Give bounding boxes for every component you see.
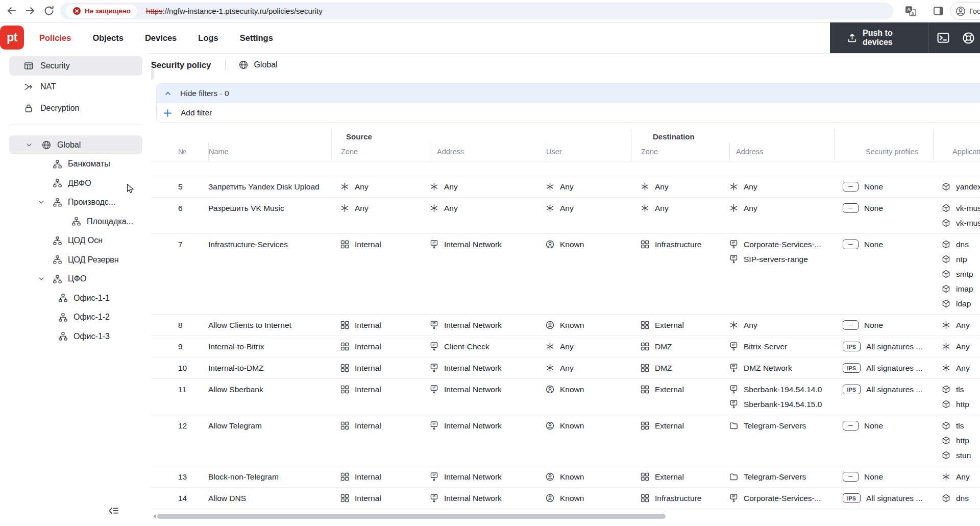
nav-item-objects[interactable]: Objects — [92, 33, 124, 43]
table-row-rule-5[interactable]: 5Запретить Yandex Disk UploadAnyAnyAnyAn… — [151, 176, 980, 198]
hide-filters-toggle[interactable]: Hide filters · 0 — [157, 84, 980, 103]
tree-node-ДВФО[interactable]: ДВФО — [53, 174, 91, 193]
cell-destination-zone: Infrastructure — [631, 488, 729, 509]
none-chip — [843, 421, 859, 431]
entity-label: Any — [355, 204, 369, 213]
entity-label: Internal Network — [444, 240, 502, 249]
translate-icon[interactable]: Aa — [905, 6, 916, 16]
browser-forward-icon[interactable] — [24, 5, 36, 16]
tree-node-Офис-1-3[interactable]: Офис-1-3 — [59, 327, 110, 346]
cell-destination-zone: DMZ — [631, 357, 729, 378]
tree-node-Площадка-[interactable]: Площадка... — [72, 212, 133, 231]
zone-icon — [340, 494, 349, 503]
profile-label: None — [864, 321, 883, 330]
cell-name: Разрешить VK Music — [208, 198, 331, 233]
entity-label: imap — [956, 284, 973, 294]
any-icon — [729, 182, 738, 191]
browser-profile-button[interactable]: Гост — [950, 2, 980, 20]
chevron-down-icon[interactable] — [38, 199, 45, 206]
table-row-rule-11[interactable]: 11Allow SberbankInternalIPInternal Netwo… — [151, 379, 980, 415]
sidebar-item-security[interactable]: Security — [9, 56, 142, 76]
browser-reload-icon[interactable] — [43, 5, 55, 16]
entity-label: Known — [560, 421, 584, 431]
zone-icon — [641, 494, 649, 503]
any-icon — [546, 364, 554, 372]
side-panel-icon[interactable] — [933, 6, 944, 16]
nav-item-logs[interactable]: Logs — [198, 33, 218, 43]
tree-node-Офис-1-1[interactable]: Офис-1-1 — [59, 289, 110, 307]
chevron-down-icon[interactable] — [38, 275, 45, 282]
cell-destination-address: IPDMZ Network — [729, 357, 834, 378]
entity: Any — [729, 318, 834, 332]
nav-item-settings[interactable]: Settings — [240, 33, 273, 43]
cell-source-address: IPInternal Network — [430, 488, 546, 509]
console-button[interactable] — [929, 31, 957, 44]
hide-filters-label: Hide filters · 0 — [180, 89, 229, 98]
tree-node-Банкоматы[interactable]: Банкоматы — [53, 155, 110, 174]
pt-logo[interactable]: pt — [0, 26, 24, 50]
browser-profile-label: Гост — [969, 7, 980, 15]
scroll-left-icon[interactable] — [152, 514, 157, 519]
nav-item-policies[interactable]: Policies — [39, 33, 71, 43]
entity: http — [942, 433, 980, 448]
entity: Any — [942, 469, 980, 484]
address-bar[interactable]: Не защищено https://ngfw-instance-1.ptse… — [60, 3, 893, 19]
tree-node-Global[interactable]: Global — [42, 135, 81, 154]
table-row-rule-14[interactable]: 14Allow DNSInternalIPInternal NetworkKno… — [151, 488, 980, 509]
entity-label: Internal — [355, 364, 381, 373]
sidebar-collapse-button[interactable] — [108, 505, 119, 516]
tree-node-Производс-[interactable]: Производс... — [53, 193, 115, 212]
filter-panel: Hide filters · 0 Add filter — [156, 83, 980, 123]
security-badge[interactable]: Не защищено — [66, 5, 137, 18]
push-to-devices-button[interactable]: Push to devices — [830, 22, 928, 53]
tree-node-ЦОД-Осн[interactable]: ЦОД Осн — [53, 231, 103, 250]
app-icon — [942, 255, 950, 264]
any-icon — [340, 204, 349, 212]
breadcrumb-scope[interactable]: Global — [239, 60, 277, 69]
entity: External — [641, 469, 729, 484]
entity-label: yandex-disk — [956, 182, 980, 192]
entity: Telegram-Servers — [729, 418, 834, 433]
table-row-rule-10[interactable]: 10Internal-to-DMZInternalIPInternal Netw… — [151, 357, 980, 379]
chevron-down-icon[interactable] — [26, 141, 33, 149]
cell-user: Any — [546, 198, 631, 233]
tree-node-ЦФО[interactable]: ЦФО — [53, 270, 86, 289]
browser-back-icon[interactable] — [6, 5, 17, 16]
table-row-rule-9[interactable]: 9Internal-to-BitrixInternalIPClient-Chec… — [151, 336, 980, 357]
url-rest: ://ngfw-instance-1.ptsecurity.ru/policie… — [163, 7, 323, 15]
support-button[interactable] — [957, 32, 980, 44]
tree-node-Офис-1-2[interactable]: Офис-1-2 — [59, 308, 110, 327]
entity-label: Infrastructure — [655, 240, 701, 249]
table-row-rule-6[interactable]: 6Разрешить VK MusicAnyAnyAnyAnyAnyNonevk… — [151, 198, 980, 234]
sidebar-item-nat[interactable]: NAT — [9, 77, 142, 97]
table-row-rule-8[interactable]: 8Allow Clients to InternetInternalIPInte… — [151, 315, 980, 336]
policy-table-icon — [24, 61, 33, 70]
table-row-rule-13[interactable]: 13Block-non-TelegramInternalIPInternal N… — [151, 466, 980, 488]
cell-name: Block-non-Telegram — [208, 466, 331, 487]
tree-node-label: Global — [57, 140, 81, 150]
user-icon — [546, 494, 554, 503]
cell-application: Any — [933, 466, 980, 487]
push-to-devices-label: Push to devices — [863, 29, 916, 47]
tree-node-ЦОД-Резервн[interactable]: ЦОД Резервн — [53, 250, 119, 269]
add-filter-button[interactable]: Add filter — [157, 103, 980, 123]
entity: IPCorporate-Services-... — [729, 237, 834, 252]
sidebar-item-decryption[interactable]: Decryption — [9, 99, 142, 118]
entity-label: Internal — [355, 321, 381, 330]
entity: IPInternal Network — [430, 418, 546, 433]
table-row-rule-12[interactable]: 12Allow TelegramInternalIPInternal Netwo… — [151, 415, 980, 466]
entity: Internal — [340, 318, 430, 332]
col-header-src-address: Address — [430, 142, 546, 161]
profile-person-icon — [955, 6, 966, 16]
nav-item-devices[interactable]: Devices — [145, 33, 177, 43]
entity: Internal — [340, 237, 430, 252]
cell-application: Any — [933, 357, 980, 378]
tree-node-label: Офис-1-3 — [74, 332, 110, 341]
horizontal-scrollbar-thumb[interactable] — [157, 514, 666, 519]
cell-user: Any — [546, 336, 631, 357]
table-row-rule-7[interactable]: 7Infrastructure-ServicesInternalIPIntern… — [151, 234, 980, 315]
entity-label: Any — [560, 342, 574, 351]
cell-number: 6 — [151, 198, 208, 233]
entity-label: Internal — [355, 342, 381, 351]
cell-number: 8 — [151, 315, 208, 336]
